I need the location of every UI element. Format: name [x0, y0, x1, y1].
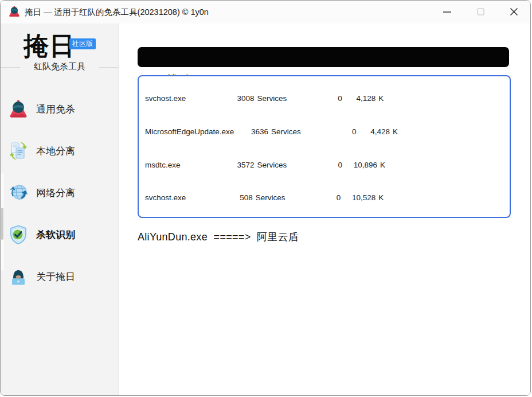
sidebar-item-label: 关于掩日: [36, 256, 75, 298]
detection-result-line: AliYunDun.exe =====> 阿里云盾: [138, 230, 299, 244]
subtitle-divider-left: [1, 67, 20, 68]
documents-sync-icon: [8, 141, 29, 161]
close-icon: [510, 8, 518, 15]
window-title: 掩日 — 适用于红队的免杀工具(20231208) © 1y0n: [25, 1, 209, 24]
maximize-button: [464, 1, 497, 23]
output-line-clipped: svchost.exe 3008 Services 0 4,128 K: [145, 93, 510, 104]
subtitle-divider-right: [99, 67, 119, 68]
minimize-icon: [443, 11, 451, 13]
scrollbar-thumb[interactable]: [1, 208, 3, 240]
output-line: MicrosoftEdgeUpdate.exe 3636 Services 0 …: [145, 126, 510, 137]
sidebar-item-av-detect[interactable]: 杀软识别: [1, 214, 119, 256]
hacker-laptop-icon: [8, 266, 29, 287]
command-input[interactable]: tasklist /svc: [138, 47, 509, 67]
sidebar-item-network-split[interactable]: 网络分离: [1, 172, 119, 214]
community-badge: 社区版: [69, 38, 96, 49]
command-output-content: svchost.exe 3008 Services 0 4,128 K Micr…: [139, 75, 510, 218]
sidebar-item-label: 网络分离: [36, 172, 75, 214]
sidebar-scrollbar[interactable]: [1, 173, 4, 270]
output-line: svchost.exe 508 Services 0 10,528 K: [145, 192, 510, 203]
sidebar-item-label: 本地分离: [36, 130, 75, 172]
sidebar-item-general-evasion[interactable]: 通用免杀: [1, 88, 119, 130]
globe-sync-icon: [8, 182, 29, 203]
shield-check-icon: [8, 224, 29, 245]
app-name: 掩日: [24, 29, 75, 63]
maximize-icon: [477, 8, 484, 15]
sidebar-item-local-split[interactable]: 本地分离: [1, 130, 119, 172]
app-ninja-icon: [8, 5, 21, 18]
sidebar: 掩日 社区版 红队免杀工具 通用免杀: [1, 24, 119, 396]
main-panel: tasklist /svc svchost.exe 3008 Services …: [119, 24, 531, 396]
output-line: msdtc.exe 3572 Services 0 10,896 K: [145, 159, 510, 170]
command-output-box[interactable]: svchost.exe 3008 Services 0 4,128 K Micr…: [138, 75, 511, 218]
sidebar-item-about[interactable]: 关于掩日: [1, 256, 119, 298]
ninja-icon: [8, 99, 29, 119]
sidebar-item-label: 通用免杀: [36, 88, 75, 130]
sidebar-item-label: 杀软识别: [36, 214, 75, 256]
close-button[interactable]: [497, 1, 530, 23]
minimize-button[interactable]: [431, 1, 464, 23]
titlebar: 掩日 — 适用于红队的免杀工具(20231208) © 1y0n: [1, 1, 530, 24]
app-window: 掩日 — 适用于红队的免杀工具(20231208) © 1y0n 掩日 社区版 …: [0, 0, 531, 396]
